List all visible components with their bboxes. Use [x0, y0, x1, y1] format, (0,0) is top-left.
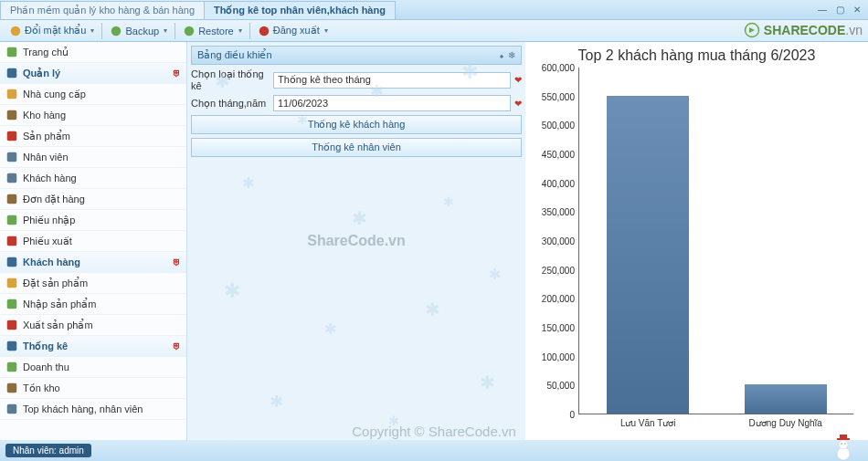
pin-icon[interactable]: ⬥: [499, 50, 504, 60]
svg-rect-16: [7, 278, 17, 288]
sidebar-item--t-s-n-ph-m[interactable]: Đặt sản phẩm: [0, 273, 186, 294]
sidebar-item-nh-p-s-n-ph-m[interactable]: Nhập sản phẩm: [0, 294, 186, 315]
sidebar-item-label: Sản phẩm: [23, 131, 70, 142]
svg-text:✱: ✱: [352, 208, 367, 228]
chart-bar: [745, 384, 827, 414]
import2-icon: [5, 298, 18, 310]
btn-stats-employee[interactable]: Thống kê nhân viên: [191, 138, 522, 157]
y-tick: 0: [534, 410, 575, 420]
tab-main-app[interactable]: Phần mềm quản lý kho hàng & bán hàng: [0, 1, 205, 19]
sidebar-item-label: Phiếu xuất: [23, 236, 72, 247]
product-icon: [5, 130, 18, 142]
home-icon: [5, 46, 18, 58]
panel-header: Bảng điều khiển ⬥❄: [191, 46, 522, 65]
sidebar-item-label: Đơn đặt hàng: [23, 194, 85, 205]
sidebar-item-label: Đặt sản phẩm: [23, 278, 88, 289]
y-tick: 100,000: [534, 351, 575, 361]
label-stat-type: Chọn loại thống kê: [191, 68, 273, 91]
heart-icon: ❤: [514, 99, 522, 109]
sidebar-item-trang-ch-[interactable]: Trang chủ: [0, 42, 186, 63]
svg-point-3: [259, 26, 269, 36]
sidebar-item-xu-t-s-n-ph-m[interactable]: Xuất sản phẩm: [0, 315, 186, 336]
sidebar-item-kho-h-ng[interactable]: Kho hàng: [0, 105, 186, 126]
main-area: Trang chủQuản lý⛨Nhà cung cấpKho hàngSản…: [0, 42, 868, 440]
input-month-year[interactable]: 11/06/2023: [273, 95, 511, 111]
toolbar: Đổi mật khẩu▾Backup▾Restore▾Đăng xuất▾ S…: [0, 20, 868, 42]
svg-rect-13: [7, 215, 17, 225]
sidebar-item-label: Nhập sản phẩm: [23, 299, 96, 310]
svg-rect-8: [7, 110, 17, 120]
sidebar-item-label: Nhân viên: [23, 152, 69, 162]
top-icon: [5, 403, 18, 415]
svg-point-41: [841, 443, 842, 444]
revenue-icon: [5, 361, 18, 373]
manage-icon: [5, 67, 18, 79]
export-slip-icon: [5, 235, 18, 247]
sharecode-logo-icon: [744, 22, 760, 38]
x-label: Lưu Văn Tươi: [620, 418, 676, 428]
label-month-year: Chọn tháng,năm: [191, 98, 273, 110]
y-tick: 400,000: [534, 178, 575, 188]
sidebar-item-t-n-kho[interactable]: Tồn kho: [0, 378, 186, 399]
svg-point-0: [11, 26, 21, 36]
restore-button[interactable]: Restore▾: [177, 23, 248, 39]
panel-pins: ⬥❄: [499, 50, 515, 60]
maximize-icon[interactable]: ▢: [836, 5, 844, 15]
svg-point-2: [185, 26, 195, 36]
sidebar-item-label: Kho hàng: [23, 110, 66, 120]
panel-title: Bảng điều khiển: [197, 49, 272, 61]
x-label: Dương Duy Nghĩa: [749, 418, 822, 428]
sidebar-item-label: Trang chủ: [23, 47, 69, 58]
titlebar: Phần mềm quản lý kho hàng & bán hàng Thố…: [0, 0, 868, 20]
sidebar-item-nh-cung-c-p[interactable]: Nhà cung cấp: [0, 84, 186, 105]
sidebar-item-s-n-ph-m[interactable]: Sản phẩm: [0, 126, 186, 147]
sidebar-item-kh-ch-h-ng[interactable]: Khách hàng: [0, 168, 186, 189]
flake-icon[interactable]: ❄: [508, 50, 515, 60]
sidebar-item-label: Quản lý: [23, 68, 60, 79]
y-tick: 600,000: [534, 63, 575, 73]
sidebar-item-phi-u-xu-t[interactable]: Phiếu xuất: [0, 231, 186, 252]
svg-rect-22: [7, 404, 17, 414]
logout-button[interactable]: Đăng xuất▾: [252, 23, 333, 39]
svg-text:✱: ✱: [242, 175, 254, 191]
backup-button[interactable]: Backup▾: [104, 23, 173, 39]
sidebar-item--n-t-h-ng[interactable]: Đơn đặt hàng: [0, 189, 186, 210]
close-icon[interactable]: ✕: [853, 5, 861, 15]
svg-text:✱: ✱: [224, 279, 240, 302]
chart-bar: [607, 96, 689, 414]
sidebar-item-nh-n-vi-n[interactable]: Nhân viên: [0, 147, 186, 168]
svg-rect-5: [7, 47, 17, 58]
sidebar-item-label: Top khách hàng, nhân viên: [23, 403, 143, 414]
badge-icon: ⛨: [173, 341, 181, 351]
sidebar-item-phi-u-nh-p[interactable]: Phiếu nhập: [0, 210, 186, 231]
select-stat-type[interactable]: Thống kê theo tháng: [273, 72, 511, 89]
svg-text:✱: ✱: [270, 393, 283, 411]
svg-rect-6: [7, 68, 17, 79]
order2-icon: [5, 277, 18, 289]
separator: [249, 23, 250, 39]
minimize-icon[interactable]: —: [818, 5, 827, 15]
sidebar-item-label: Phiếu nhập: [23, 215, 75, 226]
chart-title: Top 2 khách hàng mua tháng 6/2023: [535, 47, 859, 64]
sidebar-item-top-kh-ch-h-ng-nh-n-vi-n[interactable]: Top khách hàng, nhân viên: [0, 399, 186, 420]
snowman-icon: [830, 434, 857, 461]
sidebar-item-th-ng-k-[interactable]: Thống kê⛨: [0, 336, 186, 357]
lock-button[interactable]: Đổi mật khẩu▾: [4, 23, 100, 39]
sidebar: Trang chủQuản lý⛨Nhà cung cấpKho hàngSản…: [0, 42, 187, 440]
stock-icon: [5, 382, 18, 394]
svg-rect-40: [840, 435, 847, 439]
tab-stats-top[interactable]: Thống kê top nhân viên,khách hàng: [204, 1, 396, 19]
heart-icon: ❤: [514, 75, 522, 85]
y-tick: 250,000: [534, 265, 575, 275]
order-icon: [5, 193, 18, 205]
sidebar-item-qu-n-l-[interactable]: Quản lý⛨: [0, 63, 186, 84]
separator: [175, 23, 175, 39]
chart-panel: Top 2 khách hàng mua tháng 6/2023 050,00…: [525, 42, 868, 440]
sidebar-item-kh-ch-h-ng[interactable]: Khách hàng⛨: [0, 252, 186, 273]
sidebar-item-doanh-thu[interactable]: Doanh thu: [0, 357, 186, 378]
svg-point-42: [844, 443, 845, 444]
sidebar-item-label: Thống kê: [23, 341, 68, 352]
btn-stats-customer[interactable]: Thống kê khách hàng: [191, 115, 522, 134]
y-tick: 450,000: [534, 150, 575, 160]
customer2-icon: [5, 256, 18, 268]
